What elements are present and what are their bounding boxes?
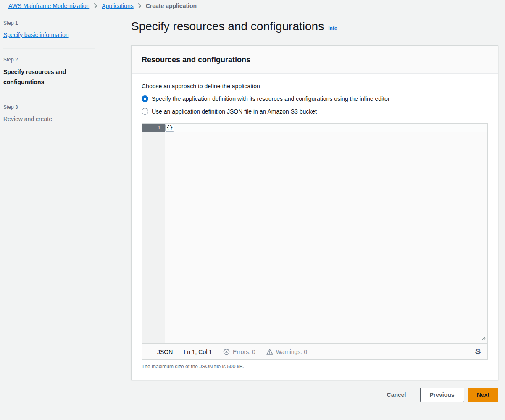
chevron-right-icon xyxy=(94,3,97,8)
warnings-status: Warnings: 0 xyxy=(266,349,307,355)
radio-option-label: Use an application definition JSON file … xyxy=(152,106,317,116)
step-number-label: Step 1 xyxy=(3,20,95,26)
radio-selected-icon[interactable] xyxy=(142,95,148,102)
page-title: Specify resources and configurations xyxy=(131,18,324,34)
code-text: {} xyxy=(165,124,174,132)
gear-icon: ⚙ xyxy=(474,348,481,356)
code-editor-content[interactable]: 1 {} xyxy=(142,124,487,343)
cursor-position: Ln 1, Col 1 xyxy=(184,349,212,355)
radio-option-inline-editor[interactable]: Specify the application definition with … xyxy=(142,94,488,104)
step-2-current: Specify resources and configurations xyxy=(3,67,95,87)
breadcrumb-current: Create application xyxy=(146,3,197,9)
print-margin-line xyxy=(449,132,449,343)
resize-handle-icon[interactable] xyxy=(480,335,486,342)
json-code-editor: 1 {} xyxy=(142,123,488,360)
nav-divider xyxy=(3,96,95,96)
cancel-button[interactable]: Cancel xyxy=(379,388,415,402)
step-number-label: Step 3 xyxy=(3,104,95,110)
breadcrumb: AWS Mainframe Modernization Applications… xyxy=(8,3,197,9)
panel-header: Resources and configurations xyxy=(132,46,498,74)
editor-status-bar: JSON Ln 1, Col 1 Errors: 0 xyxy=(142,343,487,359)
wizard-step-2: Step 2 Specify resources and configurati… xyxy=(3,57,95,87)
radio-unselected-icon[interactable] xyxy=(142,108,148,115)
wizard-step-1: Step 1 Specify basic information xyxy=(3,20,95,40)
radio-option-label: Specify the application definition with … xyxy=(152,94,390,104)
breadcrumb-link-service[interactable]: AWS Mainframe Modernization xyxy=(8,3,89,9)
chevron-right-icon xyxy=(138,3,142,8)
step-number-label: Step 2 xyxy=(3,57,95,63)
step-3-future: Review and create xyxy=(3,114,95,124)
code-line[interactable]: {} xyxy=(165,124,487,132)
code-area[interactable]: {} xyxy=(165,124,487,343)
next-button[interactable]: Next xyxy=(468,388,498,402)
errors-status: Errors: 0 xyxy=(223,349,255,355)
panel-title: Resources and configurations xyxy=(142,55,488,64)
radio-group-label: Choose an approach to define the applica… xyxy=(142,83,488,90)
circle-x-icon xyxy=(223,349,230,355)
step-1-link[interactable]: Specify basic information xyxy=(3,32,69,38)
editor-settings-button[interactable]: ⚙ xyxy=(468,344,487,359)
panel-body: Choose an approach to define the applica… xyxy=(132,74,498,380)
file-size-constraint: The maximum size of the JSON file is 500… xyxy=(142,364,488,370)
warning-triangle-icon xyxy=(266,349,273,355)
info-link[interactable]: Info xyxy=(328,26,337,32)
line-number-gutter: 1 xyxy=(142,124,165,343)
wizard-step-3: Step 3 Review and create xyxy=(3,104,95,124)
main-content: Specify resources and configurations Inf… xyxy=(131,18,498,402)
active-line-number: 1 xyxy=(142,124,165,132)
nav-divider xyxy=(3,48,95,49)
wizard-actions: Cancel Previous Next xyxy=(131,388,498,402)
language-indicator: JSON xyxy=(157,349,173,355)
radio-option-s3-file[interactable]: Use an application definition JSON file … xyxy=(142,106,488,116)
breadcrumb-link-applications[interactable]: Applications xyxy=(102,3,134,9)
wizard-steps-nav: Step 1 Specify basic information Step 2 … xyxy=(3,20,95,124)
resources-configurations-panel: Resources and configurations Choose an a… xyxy=(131,45,498,380)
previous-button[interactable]: Previous xyxy=(420,388,464,402)
